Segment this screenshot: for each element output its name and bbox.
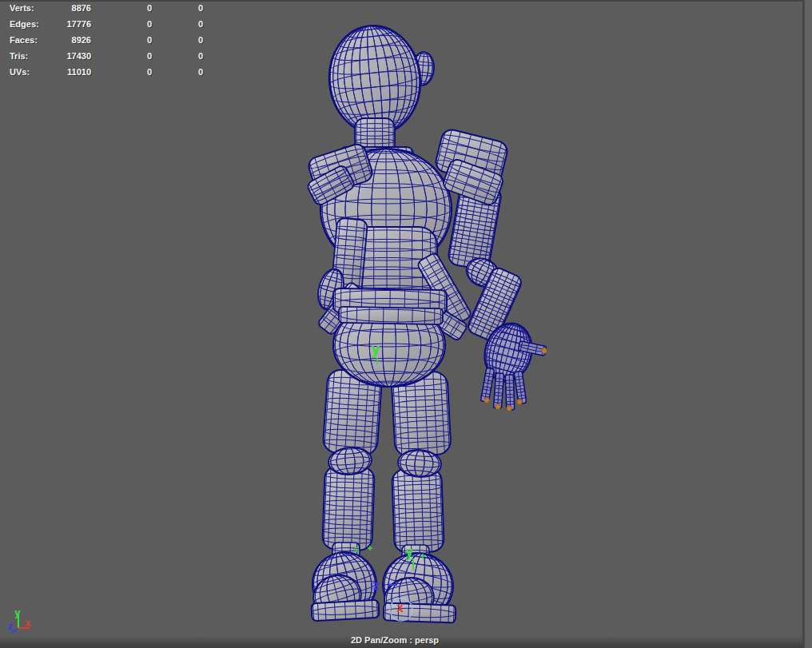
hud-label: Tris: [10, 51, 28, 61]
hud-other: 0 [171, 35, 203, 45]
hud-selected: 0 [120, 35, 152, 45]
viewport-right-border [802, 0, 812, 648]
pan-zoom-status-text: 2D Pan/Zoom : persp [351, 635, 439, 645]
scene-canvas[interactable]: y y z x y x z [0, 0, 812, 648]
hud-selected: 0 [120, 51, 152, 61]
hud-row-tris: Tris: 17430 0 0 [0, 49, 224, 65]
hud-row-verts: Verts: 8876 0 0 [0, 1, 224, 17]
hud-total: 17776 [30, 19, 91, 29]
viewport-top-border [0, 0, 812, 2]
character-model-wireframe [306, 21, 547, 623]
manipulator-z-label: z [372, 578, 380, 593]
hud-selected: 0 [120, 3, 152, 13]
3d-viewport[interactable]: y y z x y x z Verts: [0, 0, 812, 648]
manipulator-y-label: y [405, 544, 413, 560]
manipulator-x-label: x [396, 601, 404, 615]
hud-total: 11010 [30, 67, 91, 77]
hud-selected: 0 [120, 19, 152, 29]
hud-other: 0 [171, 19, 203, 29]
hud-total: 8876 [30, 3, 91, 13]
hud-row-edges: Edges: 17776 0 0 [0, 17, 224, 33]
axis-x-label: x [25, 618, 30, 629]
axis-y-label: y [14, 606, 21, 618]
hip-axis-y-label: y [371, 340, 380, 358]
view-axis-gizmo[interactable]: y x z [7, 606, 30, 633]
hud-selected: 0 [120, 67, 152, 77]
poly-count-hud: Verts: 8876 0 0 Edges: 17776 0 0 Faces: … [0, 1, 224, 81]
hud-other: 0 [171, 67, 203, 77]
hud-total: 8926 [30, 35, 91, 45]
hud-other: 0 [171, 3, 203, 13]
hud-other: 0 [171, 51, 203, 61]
axis-z-label: z [7, 621, 13, 632]
hud-row-faces: Faces: 8926 0 0 [0, 33, 224, 49]
hud-label: UVs: [10, 67, 30, 77]
hud-row-uvs: UVs: 11010 0 0 [0, 65, 224, 81]
hud-total: 17430 [30, 51, 91, 61]
